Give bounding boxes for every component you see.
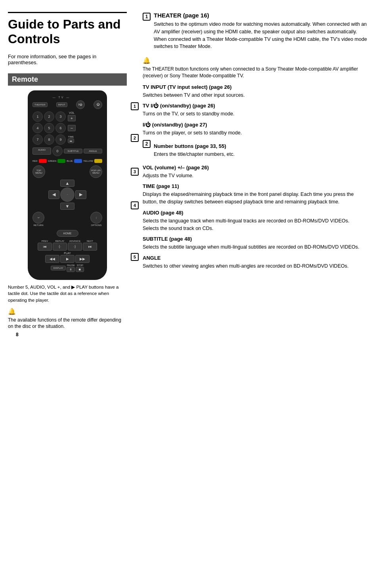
- tv-input-title: TV INPUT (TV input select) (page 26): [143, 84, 370, 90]
- blue-button[interactable]: [74, 159, 82, 163]
- angle-body: Switches to other viewing angles when mu…: [143, 262, 370, 270]
- right-column: 1 THEATER (page 16) Switches to the opti…: [135, 12, 370, 576]
- page-title: Guide to Parts and Controls: [8, 12, 127, 46]
- standby-body: Turns on the player, or sets to standby …: [143, 129, 370, 137]
- tv-input-body: Switches between TV and other input sour…: [143, 92, 370, 99]
- angle-title: ANGLE: [143, 255, 370, 261]
- audio-body: Selects the language track when multi-li…: [143, 217, 370, 232]
- options-button[interactable]: ⋮: [90, 212, 102, 224]
- remote-illustration: — TV — THEATER INPUT I/⏻ ⏻: [8, 90, 127, 280]
- left-column: Guide to Parts and Controls For more inf…: [8, 12, 135, 576]
- note-icon: 🔔: [8, 308, 127, 315]
- theater-note: 🔔 The THEATER button functions only when…: [143, 57, 370, 79]
- stop-button[interactable]: ⏹: [76, 267, 84, 272]
- input-button[interactable]: INPUT: [56, 102, 67, 107]
- num-1-button[interactable]: 1: [32, 111, 43, 122]
- display-button[interactable]: DISPLAY: [51, 266, 66, 270]
- number-buttons-body: Enters the title/chapter numbers, etc.: [154, 151, 370, 158]
- popup-menu-button[interactable]: POP UP/MENU: [90, 165, 102, 178]
- num-3-button[interactable]: 3: [55, 111, 66, 122]
- time-button[interactable]: ▬: [68, 138, 74, 143]
- number-buttons-section: 2 Number buttons (page 33, 55) Enters th…: [143, 139, 370, 161]
- prev-button[interactable]: ⏮: [38, 243, 52, 251]
- return-button[interactable]: ↩: [32, 212, 44, 224]
- dpad: ▲ ◀ · ▶ ▼: [32, 180, 102, 210]
- tv-standby-title: TV I/⏻ (on/standby) (page 26): [143, 103, 370, 109]
- next-button[interactable]: ⏭: [83, 243, 97, 251]
- theater-section: 1 THEATER (page 16) Switches to the opti…: [143, 12, 370, 53]
- fast-forward-button[interactable]: ▶▶: [75, 255, 90, 263]
- subtitle-title: SUBTITLE (page 48): [143, 236, 370, 242]
- vol-title: VOL (volume) +/– (page 26): [143, 165, 370, 170]
- audio-title: AUDIO (page 48): [143, 210, 370, 216]
- dpad-right[interactable]: ▶: [75, 190, 86, 199]
- subtitle-body: Selects the subtitle language when multi…: [143, 243, 370, 251]
- callout-2-box: 2: [143, 140, 151, 148]
- advance-button[interactable]: ·⟩: [68, 243, 82, 251]
- play-button[interactable]: ▶: [60, 255, 74, 263]
- callout-1-box: 1: [143, 13, 151, 21]
- red-button[interactable]: [39, 159, 47, 163]
- theater-title: THEATER (page 16): [154, 12, 370, 19]
- num-9-button[interactable]: 9: [55, 134, 66, 145]
- dpad-up[interactable]: ▲: [60, 180, 74, 187]
- num-0-button[interactable]: 0: [52, 146, 63, 156]
- remote-note: Number 5, AUDIO, VOL +, and ▶ PLAY butto…: [8, 284, 127, 304]
- theater-note-body: The THEATER button functions only when c…: [143, 66, 370, 79]
- vol-body: Adjusts the TV volume.: [143, 172, 370, 180]
- num-5-button[interactable]: 5: [44, 123, 54, 133]
- dpad-enter[interactable]: ·: [60, 188, 74, 202]
- home-button[interactable]: HOME: [57, 230, 78, 237]
- vol-plus-button[interactable]: +: [68, 115, 76, 121]
- dpad-left[interactable]: ◀: [48, 190, 59, 199]
- vol-minus-button[interactable]: –: [68, 125, 76, 131]
- num-8-button[interactable]: 8: [44, 134, 54, 145]
- num-2-button[interactable]: 2: [44, 111, 54, 122]
- number-buttons-title: Number buttons (page 33, 55): [154, 143, 370, 149]
- num-4-button[interactable]: 4: [32, 123, 43, 133]
- replay-button[interactable]: ⟨·: [53, 243, 67, 251]
- top-menu-button[interactable]: TOPMENU: [32, 165, 45, 178]
- time-body: Displays the elapsed/remaining playback …: [143, 191, 370, 206]
- note-body: The available functions of the remote di…: [8, 317, 127, 330]
- time-title: TIME (page 11): [143, 183, 370, 189]
- standby-title: I/⏻ (on/standby) (page 27): [143, 122, 370, 128]
- theater-body: Switches to the optimum video mode for w…: [154, 21, 370, 50]
- remote-section-header: Remote: [8, 73, 127, 86]
- num-7-button[interactable]: 7: [32, 134, 43, 145]
- remote-body: — TV — THEATER INPUT I/⏻ ⏻: [28, 90, 107, 280]
- page-number: 8: [16, 332, 135, 337]
- theater-note-icon: 🔔: [143, 57, 370, 64]
- num-6-button[interactable]: 6: [55, 123, 66, 133]
- subtitle-button[interactable]: SUBTITLE: [64, 149, 82, 153]
- green-button[interactable]: [57, 159, 65, 163]
- rewind-button[interactable]: ◀◀: [45, 255, 59, 263]
- audio-button[interactable]: AUDIO·: [32, 147, 51, 155]
- theater-button[interactable]: THEATER: [32, 102, 48, 107]
- dpad-down[interactable]: ▼: [60, 203, 74, 210]
- tv-standby-body: Turns on the TV, or sets to standby mode…: [143, 110, 370, 118]
- pause-button[interactable]: ⏸: [67, 267, 75, 272]
- intro-text: For more information, see the pages in p…: [8, 54, 127, 65]
- note-section: 🔔 The available functions of the remote …: [8, 308, 127, 330]
- yellow-button[interactable]: [94, 159, 102, 163]
- standby-button[interactable]: ⏻: [94, 100, 102, 109]
- angle-button[interactable]: ANGLE: [84, 149, 102, 153]
- tv-standby-button[interactable]: I/⏻: [76, 100, 85, 109]
